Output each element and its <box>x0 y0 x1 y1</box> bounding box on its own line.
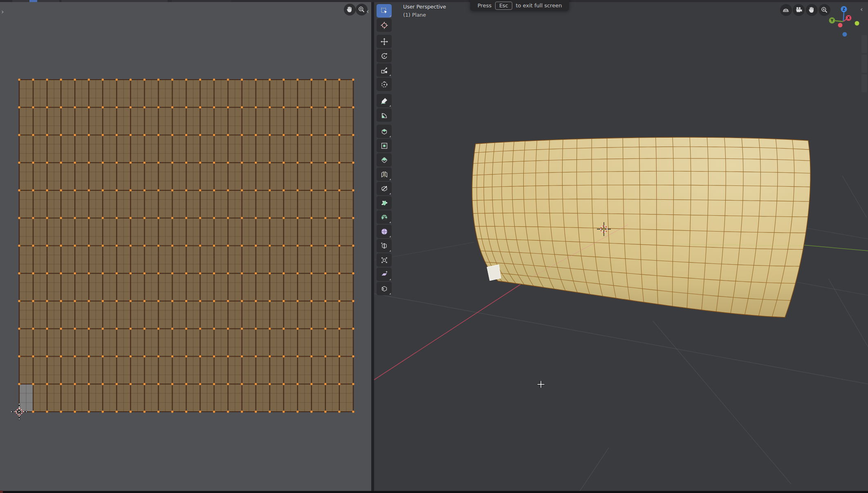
uv-editor-area[interactable]: › ‹ <box>0 2 371 491</box>
tool-shrink-fatten-button[interactable] <box>377 253 392 267</box>
edge-slide-icon <box>381 242 388 250</box>
tool-select-box-button[interactable] <box>377 4 392 18</box>
tool-extrude-region-button[interactable] <box>377 125 392 138</box>
nav-zoom-icon <box>821 6 828 13</box>
topbar-fragment <box>29 0 37 2</box>
transform-icon <box>381 81 388 88</box>
viewport-3d-area[interactable]: ZXY <box>374 2 868 491</box>
move-icon <box>381 38 388 45</box>
esc-key-badge: Esc <box>495 2 512 10</box>
select-box-icon <box>381 7 388 15</box>
shrink-fatten-icon <box>381 257 388 264</box>
sidebar-tab[interactable] <box>861 55 867 73</box>
tool-rotate-button[interactable] <box>377 49 392 62</box>
sidebar-collapse-arrow[interactable]: ‹ <box>860 6 863 13</box>
sidebar-tab[interactable] <box>861 74 867 92</box>
active-object-label: (1) Plane <box>403 13 446 18</box>
viewport-header: User Perspective (1) Plane <box>403 4 446 18</box>
knife-icon <box>381 185 388 192</box>
tool-spin-button[interactable] <box>377 210 392 224</box>
sidebar-tab[interactable] <box>861 35 867 53</box>
gizmo-axis-label: Z <box>843 7 846 11</box>
nav-camera-icon <box>795 6 802 13</box>
rip-region-icon <box>381 285 388 292</box>
tool-poly-build-button[interactable] <box>377 196 392 210</box>
gizmo-axis-neg[interactable] <box>838 23 843 27</box>
tool-scale-button[interactable] <box>377 63 392 77</box>
fullscreen-toast: Press Esc to exit full screen <box>470 0 569 11</box>
loop-cut-icon <box>381 171 388 178</box>
viewport-canvas[interactable]: ZXY <box>374 2 868 491</box>
tool-knife-button[interactable] <box>377 182 392 195</box>
topbar-sliver <box>0 0 868 2</box>
topbar-fragment <box>61 0 168 2</box>
scale-icon <box>381 67 388 74</box>
sidebar-tabs[interactable] <box>861 35 867 92</box>
gizmo-axis-neg[interactable] <box>843 32 847 37</box>
tool-bevel-button[interactable] <box>377 153 392 167</box>
pan-view-button[interactable] <box>806 4 818 16</box>
tool-annotate-button[interactable] <box>377 94 392 107</box>
spin-icon <box>381 214 388 221</box>
nav-hand-icon <box>346 6 353 13</box>
poly-build-icon <box>381 199 388 207</box>
cursor-icon <box>381 22 388 29</box>
tool-rip-region-button[interactable] <box>377 282 392 295</box>
shear-icon <box>381 271 388 278</box>
tool-smooth-button[interactable] <box>377 225 392 238</box>
gizmo-axis-neg[interactable] <box>855 21 859 26</box>
tool-cursor-button[interactable] <box>377 18 392 32</box>
toolbar-expand-arrow[interactable]: › <box>1 9 4 15</box>
measure-icon <box>381 112 388 119</box>
uv-canvas[interactable] <box>0 2 371 491</box>
tool-loop-cut-button[interactable] <box>377 167 392 181</box>
zoom-view-button[interactable] <box>356 4 368 16</box>
mouse-cursor <box>536 380 545 389</box>
topbar-fragment <box>172 0 231 2</box>
annotate-icon <box>381 97 388 105</box>
gizmo-axis-label: X <box>847 16 850 20</box>
tool-transform-button[interactable] <box>377 78 392 91</box>
window-bottom-edge <box>0 491 868 493</box>
nav-hand-icon <box>808 6 815 13</box>
nav-zoom-icon <box>358 6 365 13</box>
rotate-icon <box>381 52 388 60</box>
bevel-icon <box>381 156 388 164</box>
tool-move-button[interactable] <box>377 35 392 48</box>
tool-measure-button[interactable] <box>377 108 392 122</box>
blender-window: › ‹ ZXY User Perspective (1) Plane ‹ Pre… <box>0 0 868 493</box>
toast-text: Press <box>478 2 491 9</box>
tool-edge-slide-button[interactable] <box>377 239 392 252</box>
zoom-view-button[interactable] <box>819 4 830 16</box>
extrude-region-icon <box>381 128 388 135</box>
window-corner-mark <box>0 491 3 493</box>
uv-island[interactable] <box>18 78 354 413</box>
view-perspective-label: User Perspective <box>403 4 446 10</box>
tool-inset-faces-button[interactable] <box>377 139 392 152</box>
camera-view-button[interactable] <box>793 4 805 16</box>
inset-faces-icon <box>381 142 388 149</box>
pan-view-button[interactable] <box>344 4 356 16</box>
toggle-perspective-button[interactable] <box>780 4 792 16</box>
toast-text: to exit full screen <box>516 2 562 9</box>
tool-shear-button[interactable] <box>377 268 392 281</box>
gizmo-axis-label: Y <box>830 18 834 22</box>
sidebar-collapse-arrow[interactable]: ‹ <box>366 8 369 15</box>
nav-persp-icon <box>782 6 789 13</box>
smooth-icon <box>381 228 388 235</box>
